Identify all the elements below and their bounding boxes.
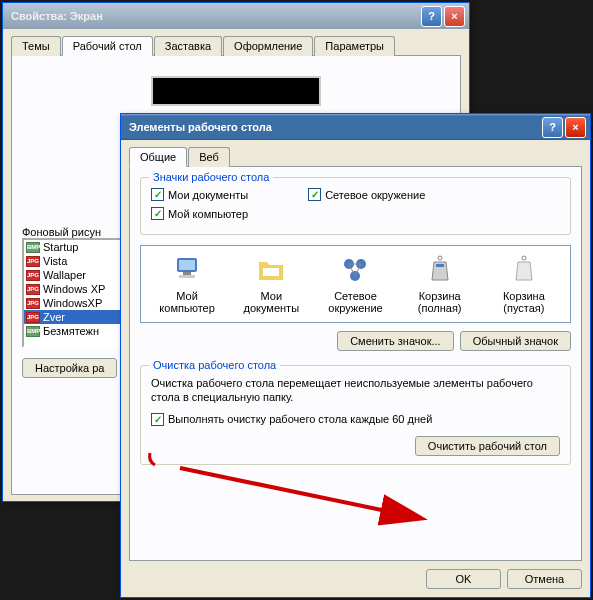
desktop-items-window: Элементы рабочего стола ? × Общие Веб Зн… (120, 113, 591, 598)
cancel-button[interactable]: Отмена (507, 569, 582, 589)
jpg-file-icon: JPG (26, 284, 40, 295)
checkbox-network[interactable]: ✓ Сетевое окружение (308, 188, 425, 201)
icon-item[interactable]: Мои документы (234, 254, 309, 314)
checkbox-mycomputer[interactable]: ✓ Мой компьютер (151, 207, 248, 220)
check-icon: ✓ (151, 207, 164, 220)
svg-rect-2 (183, 272, 191, 275)
icon-label: Сетевое окружение (318, 290, 393, 314)
tab-settings[interactable]: Параметры (314, 36, 395, 56)
icon-item[interactable]: Корзина (пустая) (486, 254, 561, 314)
titlebar[interactable]: Свойства: Экран ? × (3, 3, 469, 29)
window-title: Свойства: Экран (7, 10, 419, 22)
close-icon[interactable]: × (444, 6, 465, 27)
group-label: Очистка рабочего стола (149, 359, 280, 371)
check-icon: ✓ (151, 413, 164, 426)
desktop-icon (508, 254, 540, 286)
desktop-icon (339, 254, 371, 286)
icon-item[interactable]: Мой компьютер (150, 254, 225, 314)
tab-desktop[interactable]: Рабочий стол (62, 36, 153, 56)
help-icon[interactable]: ? (542, 117, 563, 138)
icon-label: Мой компьютер (150, 290, 225, 314)
tab-general[interactable]: Общие (129, 147, 187, 167)
bmp-file-icon: BMP (26, 326, 40, 337)
svg-point-12 (438, 256, 442, 260)
file-name: Безмятежн (43, 325, 99, 337)
desktop-icon (171, 254, 203, 286)
file-name: Windows XP (43, 283, 105, 295)
jpg-file-icon: JPG (26, 270, 40, 281)
tab-web[interactable]: Веб (188, 147, 230, 167)
ok-button[interactable]: OK (426, 569, 501, 589)
close-icon[interactable]: × (565, 117, 586, 138)
icon-item[interactable]: Сетевое окружение (318, 254, 393, 314)
desktop-icon (255, 254, 287, 286)
checkbox-mydocs[interactable]: ✓ Мои документы (151, 188, 248, 201)
file-name: WindowsXP (43, 297, 102, 309)
check-icon: ✓ (151, 188, 164, 201)
svg-rect-4 (263, 268, 279, 276)
tabs: Темы Рабочий стол Заставка Оформление Па… (11, 36, 461, 56)
group-label: Значки рабочего стола (149, 171, 273, 183)
file-name: Wallaper (43, 269, 86, 281)
help-icon[interactable]: ? (421, 6, 442, 27)
svg-rect-11 (436, 264, 444, 267)
icon-preview-list[interactable]: Мой компьютерМои документыСетевое окруже… (140, 245, 571, 323)
svg-point-13 (522, 256, 526, 260)
monitor-preview (151, 76, 321, 106)
customize-desktop-button[interactable]: Настройка ра (22, 358, 117, 378)
cleanup-description: Очистка рабочего стола перемещает неиспо… (151, 376, 560, 405)
desktop-icon (424, 254, 456, 286)
tab-themes[interactable]: Темы (11, 36, 61, 56)
file-name: Startup (43, 241, 78, 253)
desktop-cleanup-group: Очистка рабочего стола Очистка рабочего … (140, 365, 571, 465)
window-title: Элементы рабочего стола (125, 121, 540, 133)
svg-rect-3 (179, 275, 195, 278)
checkbox-label: Сетевое окружение (325, 189, 425, 201)
checkbox-cleanup-60days[interactable]: ✓ Выполнять очистку рабочего стола кажды… (151, 413, 560, 426)
icon-label: Мои документы (234, 290, 309, 314)
checkbox-label: Мой компьютер (168, 208, 248, 220)
checkbox-label: Мои документы (168, 189, 248, 201)
checkbox-label: Выполнять очистку рабочего стола каждые … (168, 413, 432, 425)
change-icon-button[interactable]: Сменить значок... (337, 331, 454, 351)
tab-appearance[interactable]: Оформление (223, 36, 313, 56)
jpg-file-icon: JPG (26, 298, 40, 309)
jpg-file-icon: JPG (26, 256, 40, 267)
icon-item[interactable]: Корзина (полная) (402, 254, 477, 314)
default-icon-button[interactable]: Обычный значок (460, 331, 571, 351)
clean-desktop-button[interactable]: Очистить рабочий стол (415, 436, 560, 456)
file-name: Zver (43, 311, 65, 323)
icon-label: Корзина (пустая) (486, 290, 561, 314)
check-icon: ✓ (308, 188, 321, 201)
bmp-file-icon: BMP (26, 242, 40, 253)
titlebar[interactable]: Элементы рабочего стола ? × (121, 114, 590, 140)
tab-screensaver[interactable]: Заставка (154, 36, 222, 56)
desktop-icons-group: Значки рабочего стола ✓ Мои документы ✓ … (140, 177, 571, 235)
icon-label: Корзина (полная) (402, 290, 477, 314)
file-name: Vista (43, 255, 67, 267)
svg-rect-1 (179, 260, 195, 270)
jpg-file-icon: JPG (26, 312, 40, 323)
